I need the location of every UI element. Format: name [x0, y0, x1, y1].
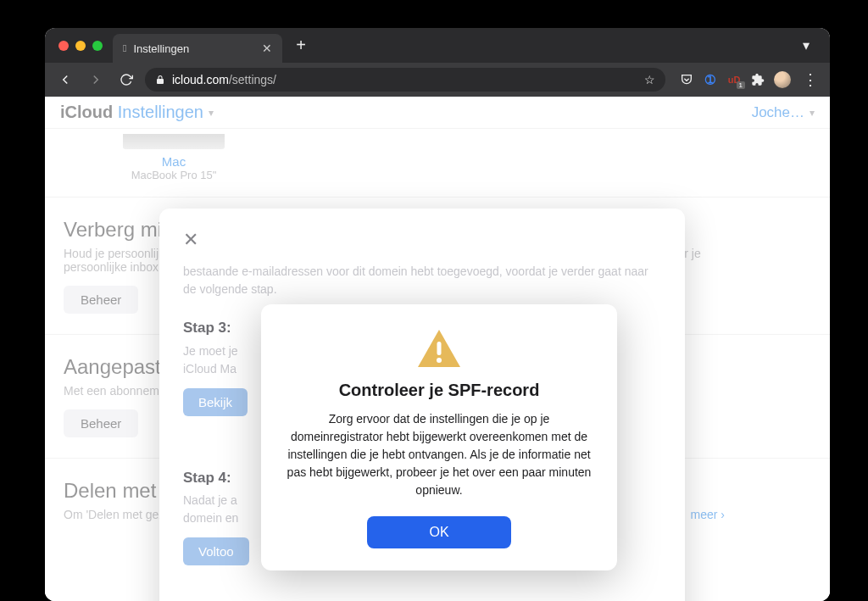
titlebar:  Instellingen ✕ + ▾	[45, 28, 830, 63]
steps-intro: bestaande e-mailadressen voor dit domein…	[183, 263, 661, 298]
browser-window:  Instellingen ✕ + ▾ icloud.com/settings…	[45, 28, 830, 601]
extensions-puzzle-icon[interactable]	[750, 72, 765, 87]
modal-close-icon[interactable]: ✕	[183, 229, 198, 250]
new-tab-button[interactable]: +	[289, 34, 313, 58]
url-path: /settings/	[229, 73, 276, 86]
step3-view-button[interactable]: Bekijk	[183, 388, 248, 416]
svg-rect-0	[437, 342, 442, 355]
tab-title: Instellingen	[133, 42, 189, 55]
ublock-icon[interactable]: uD1	[726, 72, 742, 87]
forward-button[interactable]	[84, 68, 108, 92]
alert-modal: Controleer je SPF-record Zorg ervoor dat…	[261, 304, 617, 570]
bookmark-star-icon[interactable]: ☆	[644, 73, 655, 86]
url-bar[interactable]: icloud.com/settings/ ☆	[145, 68, 665, 92]
profile-avatar[interactable]	[774, 71, 791, 88]
ok-button[interactable]: OK	[367, 516, 511, 548]
1password-icon[interactable]: ➀	[703, 72, 718, 87]
svg-point-1	[437, 358, 442, 363]
tabs-dropdown-icon[interactable]: ▾	[796, 37, 816, 53]
close-window-icon[interactable]	[58, 41, 69, 51]
reload-button[interactable]	[114, 68, 138, 92]
browser-tab[interactable]:  Instellingen ✕	[113, 34, 282, 63]
step4-complete-button[interactable]: Voltoo	[183, 537, 249, 565]
tab-close-icon[interactable]: ✕	[262, 42, 272, 55]
minimize-window-icon[interactable]	[75, 41, 86, 51]
address-bar: icloud.com/settings/ ☆ ➀ uD1 ⋮	[45, 63, 830, 97]
maximize-window-icon[interactable]	[92, 41, 103, 51]
apple-favicon-icon: 	[123, 42, 126, 54]
alert-title: Controleer je SPF-record	[287, 381, 592, 400]
window-controls[interactable]	[58, 41, 103, 51]
page: iCloud Instellingen ▾ Joche… ▾ Mac MacBo…	[45, 97, 830, 601]
url-domain: icloud.com	[172, 73, 229, 86]
lock-icon	[155, 75, 165, 85]
warning-icon	[416, 328, 462, 369]
ublock-badge: 1	[737, 81, 745, 89]
alert-body: Zorg ervoor dat de instellingen die je o…	[287, 410, 592, 499]
back-button[interactable]	[53, 68, 77, 92]
browser-menu-icon[interactable]: ⋮	[799, 70, 821, 89]
pocket-icon[interactable]	[679, 72, 694, 87]
extensions: ➀ uD1 ⋮	[679, 70, 821, 89]
